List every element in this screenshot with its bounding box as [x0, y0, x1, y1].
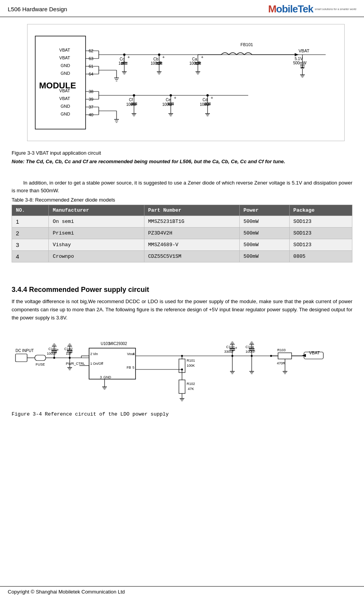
- copyright-text: Copyright © Shanghai Mobiletek Communica…: [8, 589, 125, 595]
- svg-text:R101: R101: [187, 359, 195, 362]
- svg-text:On/Off: On/Off: [93, 362, 103, 366]
- svg-text:1uF: 1uF: [118, 61, 125, 66]
- col-header-no: NO.: [12, 205, 49, 216]
- svg-text:3: 3: [100, 375, 102, 379]
- svg-text:330uF: 330uF: [224, 350, 234, 354]
- svg-point-123: [206, 94, 209, 97]
- zener-diode-table: NO. Manufacturer Part Number Power Packa…: [12, 205, 352, 262]
- table-cell: SOD123: [289, 216, 352, 228]
- svg-text:R102: R102: [187, 382, 195, 386]
- svg-text:Cd: Cd: [203, 98, 208, 102]
- svg-text:Cb: Cb: [153, 57, 158, 61]
- section-3-4-4-body: If the voltage difference is not big,We …: [12, 298, 352, 322]
- svg-text:GND: GND: [103, 375, 112, 379]
- svg-text:C101: C101: [48, 347, 57, 351]
- table-cell: CDZ55C5V1SM: [144, 251, 239, 262]
- svg-text:FUSE: FUSE: [36, 362, 45, 366]
- svg-text:GND: GND: [61, 104, 70, 109]
- table-cell: 3: [12, 239, 49, 251]
- svg-text:1uF: 1uF: [66, 352, 72, 355]
- svg-text:100K: 100K: [187, 364, 195, 368]
- svg-point-119: [123, 53, 125, 56]
- main-content: MODULE VBAT VBAT GND GND VBAT VBAT GND G…: [0, 21, 364, 417]
- svg-text:Ce: Ce: [166, 98, 171, 102]
- table-cell: Vishay: [49, 239, 144, 251]
- svg-point-120: [158, 53, 160, 56]
- svg-text:Vin: Vin: [93, 352, 98, 356]
- svg-text:GND: GND: [61, 63, 70, 68]
- svg-text:100uF: 100uF: [47, 352, 57, 355]
- col-header-manufacturer: Manufacturer: [49, 205, 144, 216]
- svg-text:VBAT: VBAT: [309, 350, 320, 355]
- col-header-package: Package: [289, 205, 352, 216]
- table-cell: Crownpo: [49, 251, 144, 262]
- svg-text:VBAT: VBAT: [59, 48, 70, 52]
- svg-text:5: 5: [132, 366, 134, 369]
- svg-text:Cc: Cc: [120, 57, 124, 61]
- svg-point-151: [53, 357, 55, 359]
- table-cell: MMSZ4689-V: [144, 239, 239, 251]
- svg-point-122: [170, 94, 172, 97]
- svg-text:+: +: [127, 55, 130, 59]
- svg-text:C103: C103: [226, 345, 235, 349]
- table-cell: 500mW: [239, 239, 289, 251]
- svg-text:DC INPUT: DC INPUT: [15, 349, 34, 353]
- svg-text:FB101: FB101: [240, 42, 253, 47]
- table-row: 4CrownpoCDZ55C5V1SM500mW0805: [12, 251, 352, 262]
- table-cell: 500mW: [239, 216, 289, 228]
- svg-text:100uF: 100uF: [151, 61, 161, 66]
- table-cell: 0805: [289, 251, 352, 262]
- col-header-power: Power: [239, 205, 289, 216]
- ldo-circuit-svg: DC INPUT FUSE C101 100uF +: [12, 336, 352, 406]
- table-cell: MMSZ5231BT1G: [144, 216, 239, 228]
- svg-text:+: +: [211, 95, 213, 100]
- svg-rect-212: [179, 380, 185, 393]
- vbat-circuit-container: MODULE VBAT VBAT GND GND VBAT VBAT GND G…: [27, 24, 345, 141]
- svg-rect-200: [278, 353, 292, 359]
- section-3-4-4-heading: 3.4.4 Recommended Power supply circuit: [12, 286, 352, 294]
- svg-marker-66: [295, 53, 299, 56]
- logo-text: MobileTek: [268, 3, 313, 15]
- table-row: 2PrisemiPZ3D4V2H500mWSOD123: [12, 228, 352, 239]
- table-cell: 1: [12, 216, 49, 228]
- svg-text:100uF: 100uF: [162, 102, 173, 107]
- svg-text:PWR_CTRL: PWR_CTRL: [66, 362, 85, 366]
- figure-3-3-caption: Figure 3-3 VBAT input application circui…: [12, 150, 352, 156]
- svg-text:U101: U101: [101, 342, 110, 346]
- svg-text:4: 4: [133, 352, 135, 356]
- document-title: L506 Hardware Design: [8, 6, 67, 12]
- logo-m: M: [268, 3, 276, 15]
- svg-text:100uF: 100uF: [200, 102, 211, 107]
- svg-text:2: 2: [90, 352, 92, 356]
- svg-text:C102: C102: [64, 347, 73, 351]
- page-header: L506 Hardware Design MobileTek smart sol…: [0, 0, 364, 17]
- page-footer: Copyright © Shanghai Mobiletek Communica…: [0, 586, 364, 597]
- table-cell: Prisemi: [49, 228, 144, 239]
- svg-text:MIC29302: MIC29302: [109, 342, 127, 346]
- svg-text:Ca: Ca: [192, 57, 197, 61]
- table-row: 1On semiMMSZ5231BT1G500mWSOD123: [12, 216, 352, 228]
- table-cell: PZ3D4V2H: [144, 228, 239, 239]
- table-3-8-title: Table 3-8: Recommended Zener diode model…: [12, 197, 352, 203]
- table-cell: On semi: [49, 216, 144, 228]
- table-cell: 2: [12, 228, 49, 239]
- table-row: 3VishayMMSZ4689-V500mWSOD123: [12, 239, 352, 251]
- svg-rect-125: [15, 354, 27, 362]
- svg-text:Cf: Cf: [129, 98, 133, 102]
- logo: MobileTek smart solutions for a smarter …: [268, 3, 356, 15]
- svg-text:1: 1: [90, 362, 92, 366]
- svg-text:VBAT: VBAT: [299, 48, 309, 53]
- svg-text:VBAT: VBAT: [59, 96, 70, 101]
- figure-3-4-label: Figure 3-4 Reference circuit of the LDO …: [12, 411, 352, 417]
- svg-point-205: [270, 355, 272, 357]
- logo-tagline: smart solutions for a smarter world: [315, 8, 356, 10]
- svg-text:100uF: 100uF: [189, 61, 200, 66]
- svg-text:+: +: [235, 346, 237, 350]
- svg-text:GND: GND: [61, 112, 70, 116]
- svg-text:+: +: [57, 348, 59, 352]
- svg-text:5.1V: 5.1V: [295, 57, 303, 61]
- table-cell: SOD123: [289, 228, 352, 239]
- svg-point-121: [133, 94, 135, 97]
- svg-text:VBAT: VBAT: [59, 55, 70, 60]
- vbat-circuit-svg: MODULE VBAT VBAT GND GND VBAT VBAT GND G…: [31, 28, 333, 137]
